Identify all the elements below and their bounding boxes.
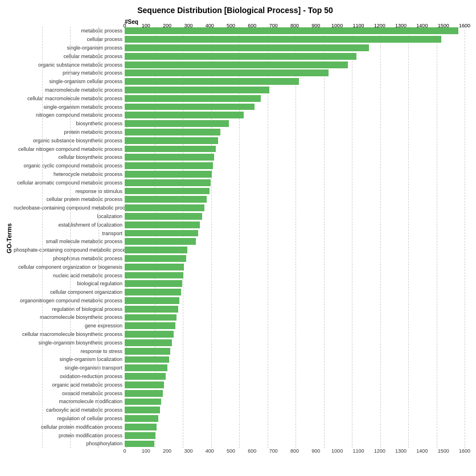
bar-label: cellular component organization bbox=[14, 289, 125, 295]
bar-row: localization bbox=[14, 212, 465, 221]
x-tick-label: 1200 bbox=[374, 448, 385, 454]
bar-fill bbox=[125, 162, 213, 169]
bar-fill bbox=[125, 120, 229, 127]
bar-label: biological regulation bbox=[14, 281, 125, 286]
bar-row: nitrogen compound metabolic process bbox=[14, 111, 465, 120]
bar-label: primary metabolic process bbox=[14, 70, 125, 76]
bar-fill bbox=[125, 221, 200, 228]
bar-track bbox=[125, 204, 465, 212]
bar-row: nucleobase-containing compound metabolic… bbox=[14, 204, 465, 212]
bar-row: cellular aromatic compound metabolic pro… bbox=[14, 178, 465, 187]
bar-label: response to stimulus bbox=[14, 188, 125, 194]
bar-track bbox=[125, 187, 465, 195]
bar-track bbox=[125, 86, 465, 95]
bar-label: heterocycle metabolic process bbox=[14, 171, 125, 177]
bar-label: cellular metabolic process bbox=[14, 54, 125, 59]
bar-row: cellular component organization bbox=[14, 288, 465, 297]
bar-row: macromolecule biosynthetic process bbox=[14, 313, 465, 322]
bar-row: heterocycle metabolic process bbox=[14, 170, 465, 179]
bar-fill bbox=[125, 415, 158, 422]
bar-track bbox=[125, 212, 465, 221]
bar-track bbox=[125, 338, 465, 347]
bar-track bbox=[125, 305, 465, 313]
chart-inner: #Seq 01002003004005006007008009001000110… bbox=[14, 18, 465, 459]
bar-fill bbox=[125, 322, 175, 329]
bar-row: single-organism cellular process bbox=[14, 77, 465, 86]
bar-fill bbox=[125, 36, 441, 43]
bar-track bbox=[125, 422, 465, 431]
bar-label: protein metabolic process bbox=[14, 129, 125, 135]
bar-fill bbox=[125, 154, 214, 161]
bar-fill bbox=[125, 44, 369, 51]
bar-fill bbox=[125, 179, 211, 186]
bar-track bbox=[125, 60, 465, 69]
chart-area: GO-Terms #Seq 01002003004005006007008009… bbox=[6, 18, 465, 459]
bar-label: single-organism transport bbox=[14, 365, 125, 371]
bar-track bbox=[125, 69, 465, 77]
bar-track bbox=[125, 153, 465, 162]
bar-fill bbox=[125, 289, 181, 296]
bar-label: single-organism cellular process bbox=[14, 79, 125, 84]
bar-label: organic substance metabolic process bbox=[14, 62, 125, 68]
bar-row: cellular protein modification process bbox=[14, 422, 465, 431]
bar-fill bbox=[125, 373, 166, 380]
bar-row: single-organism localization bbox=[14, 355, 465, 364]
bar-label: establishment of localization bbox=[14, 222, 125, 228]
bar-track bbox=[125, 35, 465, 44]
bar-row: small molecule metabolic process bbox=[14, 237, 465, 246]
bar-fill bbox=[125, 297, 179, 304]
bar-track bbox=[125, 355, 465, 364]
bar-track bbox=[125, 102, 465, 111]
bar-label: macromolecule biosynthetic process bbox=[14, 314, 125, 320]
bar-track bbox=[125, 77, 465, 86]
bar-label: cellular macromolecule biosynthetic proc… bbox=[14, 331, 125, 337]
bar-label: organonitrogen compound metabolic proces… bbox=[14, 298, 125, 303]
bar-row: organonitrogen compound metabolic proces… bbox=[14, 297, 465, 305]
bar-label: phosphate-containing compound metabolic … bbox=[14, 247, 125, 253]
bar-label: organic substance biosynthetic process bbox=[14, 138, 125, 143]
bar-label: cellular process bbox=[14, 36, 125, 42]
bar-row: cellular macromolecule biosynthetic proc… bbox=[14, 330, 465, 339]
bar-fill bbox=[125, 204, 204, 211]
bar-track bbox=[125, 415, 465, 423]
bar-track bbox=[125, 44, 465, 52]
x-tick-label: 1400 bbox=[416, 448, 428, 454]
bar-label: small molecule metabolic process bbox=[14, 239, 125, 244]
x-tick-label: 1100 bbox=[352, 448, 364, 454]
bar-fill bbox=[125, 137, 218, 144]
bar-row: transport bbox=[14, 229, 465, 237]
bar-row: cellular metabolic process bbox=[14, 52, 465, 60]
x-tick-label: 200 bbox=[163, 448, 171, 454]
bar-row: macromolecule metabolic process bbox=[14, 86, 465, 95]
bar-track bbox=[125, 170, 465, 179]
bar-track bbox=[125, 220, 465, 229]
bar-row: cellular process bbox=[14, 35, 465, 44]
bar-row: biosynthetic process bbox=[14, 120, 465, 128]
bar-row: carboxylic acid metabolic process bbox=[14, 406, 465, 415]
bar-label: cellular macromolecule metabolic process bbox=[14, 96, 125, 101]
bar-label: nucleic acid metabolic process bbox=[14, 273, 125, 278]
bar-fill bbox=[125, 314, 177, 321]
bar-track bbox=[125, 397, 465, 406]
bar-track bbox=[125, 136, 465, 145]
bar-track bbox=[125, 195, 465, 204]
bar-fill bbox=[125, 264, 184, 270]
bar-label: phosphorylation bbox=[14, 441, 125, 446]
bar-row: primary metabolic process bbox=[14, 69, 465, 77]
bar-row: nucleic acid metabolic process bbox=[14, 271, 465, 280]
bar-track bbox=[125, 178, 465, 187]
x-tick-label: 800 bbox=[290, 448, 299, 454]
chart-container: Sequence Distribution [Biological Proces… bbox=[0, 0, 476, 476]
bar-row: phosphorylation bbox=[14, 440, 465, 448]
bar-row: organic substance biosynthetic process bbox=[14, 136, 465, 145]
bar-row: protein metabolic process bbox=[14, 128, 465, 137]
bar-fill bbox=[125, 27, 458, 34]
bar-track bbox=[125, 389, 465, 397]
bar-track bbox=[125, 271, 465, 280]
bar-row: organic substance metabolic process bbox=[14, 60, 465, 69]
bar-track bbox=[125, 322, 465, 330]
x-tick-label: 700 bbox=[269, 448, 278, 454]
bar-label: regulation of cellular process bbox=[14, 416, 125, 421]
bar-row: oxoacid metabolic process bbox=[14, 389, 465, 397]
bar-fill bbox=[125, 356, 169, 363]
